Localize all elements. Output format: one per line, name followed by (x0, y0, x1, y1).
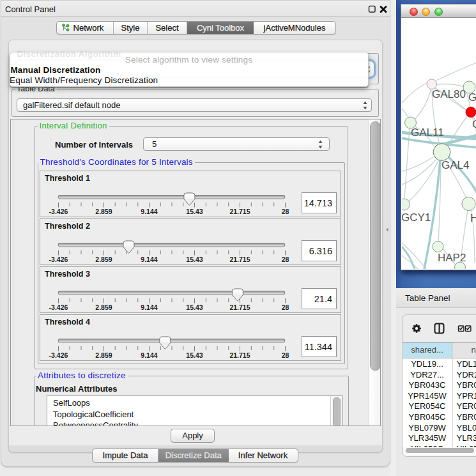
svg-text:21.715: 21.715 (229, 256, 250, 263)
svg-text:2.859: 2.859 (95, 208, 112, 215)
svg-text:2.859: 2.859 (95, 256, 112, 263)
svg-text:GAL4: GAL4 (441, 159, 469, 171)
svg-text:21.715: 21.715 (229, 208, 250, 215)
svg-text:9.144: 9.144 (141, 351, 157, 359)
svg-text:GA: GA (468, 91, 476, 104)
svg-text:9.144: 9.144 (141, 208, 157, 215)
svg-text:C: C (472, 118, 476, 130)
svg-text:-3.426: -3.426 (49, 208, 68, 215)
svg-text:-3.426: -3.426 (49, 351, 68, 359)
svg-text:15.43: 15.43 (186, 256, 203, 263)
svg-text:GCY1: GCY1 (402, 211, 431, 224)
svg-text:21.715: 21.715 (229, 303, 250, 311)
svg-text:HAP2: HAP2 (438, 252, 466, 264)
svg-text:9.144: 9.144 (141, 303, 157, 311)
svg-text:28: 28 (282, 303, 289, 311)
svg-text:-3.426: -3.426 (49, 303, 68, 311)
svg-text:GAL80: GAL80 (432, 88, 466, 100)
svg-text:15.43: 15.43 (186, 303, 203, 311)
svg-text:9.144: 9.144 (141, 256, 157, 263)
svg-text:H: H (470, 212, 476, 224)
svg-text:2.859: 2.859 (95, 303, 112, 311)
svg-text:28: 28 (282, 256, 289, 263)
svg-text:15.43: 15.43 (186, 351, 203, 359)
svg-text:21.715: 21.715 (229, 351, 250, 359)
svg-text:GAL11: GAL11 (411, 127, 444, 139)
svg-text:-3.426: -3.426 (49, 256, 68, 263)
svg-text:28: 28 (282, 351, 289, 359)
svg-text:28: 28 (282, 208, 289, 215)
svg-text:2.859: 2.859 (95, 351, 112, 359)
svg-text:15.43: 15.43 (186, 208, 203, 215)
